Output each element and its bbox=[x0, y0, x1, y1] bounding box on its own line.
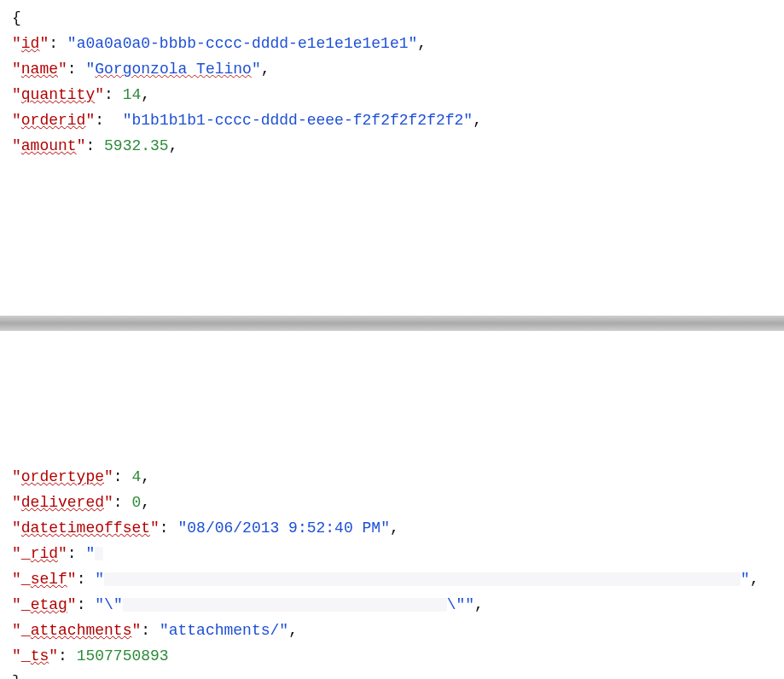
whitespace-gap bbox=[0, 164, 784, 316]
comma: , bbox=[141, 86, 150, 103]
quote: " bbox=[85, 61, 95, 78]
comma: , bbox=[390, 519, 399, 537]
json-bottom-block: "ordertype": 4, "delivered": 0, "datetim… bbox=[0, 459, 784, 679]
colon: : bbox=[49, 35, 67, 52]
quote: " bbox=[85, 545, 95, 562]
quote: " bbox=[104, 468, 113, 485]
quantity-value: 14 bbox=[123, 86, 142, 103]
quote: " bbox=[12, 596, 21, 613]
quote: " bbox=[12, 647, 21, 664]
quote: " bbox=[104, 494, 113, 511]
comma: , bbox=[141, 468, 150, 485]
quantity-line: "quantity": 14, bbox=[12, 82, 772, 107]
colon: : bbox=[67, 545, 86, 562]
section-divider bbox=[0, 316, 784, 331]
colon: : bbox=[160, 519, 178, 537]
quote: " bbox=[279, 622, 288, 639]
quote: " bbox=[12, 622, 21, 639]
colon: : bbox=[141, 622, 160, 639]
comma: , bbox=[473, 112, 482, 129]
colon: : bbox=[77, 571, 96, 588]
colon: : bbox=[104, 86, 123, 103]
ordertype-key: ordertype bbox=[21, 468, 104, 485]
quote: " bbox=[95, 596, 104, 613]
quote: " bbox=[409, 35, 418, 52]
brace-open-line: { bbox=[12, 5, 772, 31]
quote: " bbox=[12, 519, 21, 537]
ts-value: 1507750893 bbox=[77, 647, 169, 664]
brace-close: } bbox=[12, 673, 21, 679]
rid-line: "__ridrid": " bbox=[12, 541, 772, 566]
quote: " bbox=[12, 494, 21, 511]
amount-line: "amount": 5932.35, bbox=[12, 133, 772, 159]
orderid-value: b1b1b1b1-cccc-dddd-eeee-f2f2f2f2f2f2 bbox=[131, 112, 463, 129]
name-line: "name": "Gorgonzola Telino", bbox=[12, 56, 772, 82]
colon: : bbox=[113, 494, 132, 511]
id-key: id bbox=[21, 35, 40, 52]
ts-line: "_ts": 1507750893 bbox=[12, 643, 772, 669]
delivered-key: delivered bbox=[21, 494, 104, 511]
quote: " bbox=[463, 112, 473, 129]
colon: : bbox=[85, 137, 104, 154]
colon: : bbox=[113, 468, 132, 485]
quote: " bbox=[160, 622, 169, 639]
id-line: "id": "a0a0a0a0-bbbb-cccc-dddd-e1e1e1e1e… bbox=[12, 31, 772, 56]
quote: " bbox=[39, 35, 49, 52]
quote: " bbox=[58, 61, 67, 78]
orderid-key: orderid bbox=[21, 112, 86, 129]
name-value: Gorgonzola Telino bbox=[95, 61, 252, 78]
quote: " bbox=[58, 545, 67, 562]
comma: , bbox=[750, 571, 759, 588]
brace-close-line: } bbox=[12, 669, 772, 679]
attachments-line: "_attachments": "attachments/", bbox=[12, 618, 772, 643]
brace-open: { bbox=[12, 9, 21, 26]
comma: , bbox=[417, 35, 427, 52]
quote: " bbox=[123, 112, 132, 129]
quote: " bbox=[67, 571, 77, 588]
whitespace-gap bbox=[0, 331, 784, 459]
quote: " bbox=[252, 61, 261, 78]
amount-value: 5932.35 bbox=[104, 137, 169, 154]
ordertype-line: "ordertype": 4, bbox=[12, 464, 772, 490]
quote: " bbox=[12, 545, 21, 562]
delivered-line: "delivered": 0, bbox=[12, 490, 772, 515]
quote: " bbox=[740, 571, 750, 588]
colon: : bbox=[67, 61, 86, 78]
redacted-value bbox=[95, 547, 103, 560]
datetimeoffset-key: datetimeoffset bbox=[21, 519, 150, 537]
quote: " bbox=[77, 137, 86, 154]
quote: " bbox=[12, 137, 21, 154]
comma: , bbox=[141, 494, 150, 511]
ordertype-value: 4 bbox=[131, 468, 141, 485]
quote: " bbox=[12, 35, 21, 52]
quote: " bbox=[177, 519, 187, 537]
amount-key: amount bbox=[21, 137, 77, 154]
comma: , bbox=[288, 622, 298, 639]
quote: " bbox=[95, 86, 104, 103]
comma: , bbox=[261, 61, 270, 78]
comma: , bbox=[474, 596, 484, 613]
quote: " bbox=[12, 86, 21, 103]
colon: : bbox=[58, 647, 77, 664]
redacted-value bbox=[104, 572, 740, 586]
id-value: a0a0a0a0-bbbb-cccc-dddd-e1e1e1e1e1e1 bbox=[77, 35, 409, 52]
quote: " bbox=[85, 112, 95, 129]
delivered-value: 0 bbox=[131, 494, 141, 511]
quote: " bbox=[131, 622, 141, 639]
quote: " bbox=[150, 519, 160, 537]
quote: " bbox=[49, 647, 58, 664]
attachments-value: attachments/ bbox=[169, 622, 280, 639]
name-key: name bbox=[21, 61, 58, 78]
quote: " bbox=[67, 596, 77, 613]
comma: , bbox=[169, 137, 178, 154]
colon: : bbox=[77, 596, 96, 613]
quote: " bbox=[12, 468, 21, 485]
quote: " bbox=[67, 35, 77, 52]
self-line: "_self": "", bbox=[12, 566, 772, 592]
etag-line: "_etag": "\"\"", bbox=[12, 592, 772, 618]
quote: " bbox=[380, 519, 390, 537]
datetimeoffset-line: "datetimeoffset": "08/06/2013 9:52:40 PM… bbox=[12, 515, 772, 541]
quote: " bbox=[12, 61, 21, 78]
quote: " bbox=[12, 112, 21, 129]
quantity-key: quantity bbox=[21, 86, 95, 103]
